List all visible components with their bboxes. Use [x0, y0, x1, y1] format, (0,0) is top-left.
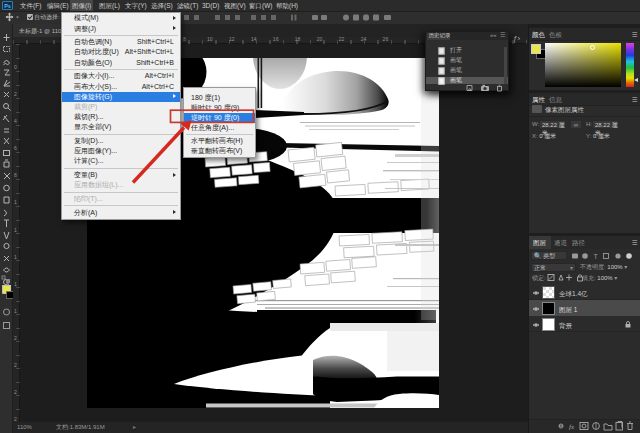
svg-text:T: T [594, 253, 599, 260]
svg-text:fx: fx [569, 423, 575, 431]
